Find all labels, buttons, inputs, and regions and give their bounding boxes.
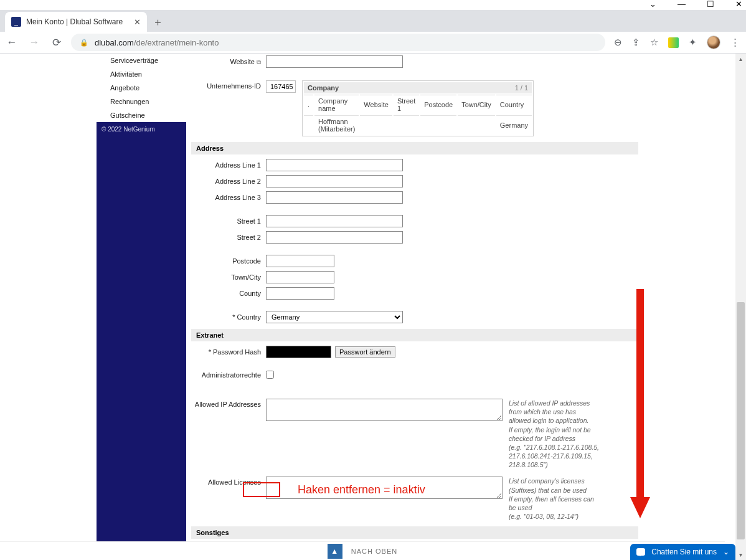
- annotation-arrow-icon: [630, 289, 650, 520]
- tab-title: Mein Konto | Dlubal Software: [26, 17, 123, 26]
- company-cell-website: [360, 115, 392, 135]
- company-cell-name: Hoffmann (Mitarbeiter): [314, 115, 359, 135]
- addr-line1-input[interactable]: [266, 159, 403, 171]
- section-header-extranet: Extranet: [191, 329, 638, 341]
- password-hash-value: [266, 346, 331, 358]
- company-col-sort[interactable]: .: [304, 95, 313, 114]
- town-label: Town/City: [191, 273, 266, 281]
- country-label: * Country: [191, 313, 266, 321]
- sidebar: Serviceverträge Aktivitäten Angebote Rec…: [97, 54, 186, 560]
- allowed-licenses-hint: List of company's licenses (Suffixes) th…: [509, 477, 599, 521]
- sidebar-item-gutscheine[interactable]: Gutscheine: [97, 108, 186, 122]
- sidebar-item-rechnungen[interactable]: Rechnungen: [97, 95, 186, 108]
- chat-bubble-icon: [636, 548, 645, 556]
- scrollbar-track[interactable]: [735, 64, 746, 549]
- company-col-street1[interactable]: Street 1: [394, 95, 419, 114]
- extension-icon-1[interactable]: [668, 37, 679, 48]
- chat-widget[interactable]: Chatten Sie mit uns ⌄: [630, 544, 735, 560]
- company-cell-country: Germany: [496, 115, 532, 135]
- address-bar: ← → ⟳ 🔒 dlubal.com/de/extranet/mein-kont…: [0, 32, 746, 54]
- county-input[interactable]: [266, 287, 334, 300]
- zoom-icon[interactable]: ⊖: [614, 37, 622, 48]
- sidebar-item-angebote[interactable]: Angebote: [97, 81, 186, 95]
- postcode-label: Postcode: [191, 257, 266, 265]
- company-col-town[interactable]: Town/City: [458, 95, 495, 114]
- window-close-icon[interactable]: ✕: [735, 0, 742, 9]
- allowed-ip-label: Allowed IP Addresses: [191, 399, 266, 408]
- addr-line2-label: Address Line 2: [191, 178, 266, 185]
- annotation-active-box: [243, 482, 280, 497]
- chevron-down-icon: ⌄: [723, 548, 729, 556]
- nav-back-icon[interactable]: ←: [6, 36, 17, 49]
- url-text: dlubal.com/de/extranet/mein-konto: [95, 38, 219, 47]
- admin-rights-checkbox[interactable]: [266, 371, 274, 379]
- window-dropdown-icon[interactable]: ⌄: [649, 0, 656, 9]
- company-id-label: Unternehmens-ID: [191, 80, 266, 90]
- website-label: Website ⧉: [191, 58, 266, 66]
- county-label: County: [191, 290, 266, 297]
- lock-icon: 🔒: [80, 39, 88, 47]
- street1-input[interactable]: [266, 215, 403, 227]
- town-input[interactable]: [266, 271, 334, 283]
- street2-label: Street 2: [191, 234, 266, 241]
- annotation-text: Haken entfernen = inaktiv: [298, 483, 425, 496]
- addr-line1-label: Address Line 1: [191, 161, 266, 169]
- company-table-pager: 1 / 1: [515, 84, 528, 92]
- company-col-website[interactable]: Website: [360, 95, 392, 114]
- window-maximize-icon[interactable]: ☐: [707, 0, 714, 9]
- allowed-ip-hint: List of allowed IP addresses from which …: [509, 399, 599, 469]
- scrollbar-down-icon[interactable]: ▾: [735, 549, 746, 560]
- share-icon[interactable]: ⇪: [632, 37, 640, 48]
- street1-label: Street 1: [191, 217, 266, 225]
- company-table-row[interactable]: Hoffmann (Mitarbeiter) Germany: [304, 115, 532, 135]
- postcode-input[interactable]: [266, 255, 334, 267]
- new-tab-button[interactable]: ＋: [147, 12, 168, 32]
- company-cell-town: [458, 115, 495, 135]
- chat-widget-label: Chatten Sie mit uns: [651, 548, 717, 556]
- browser-tab[interactable]: ⎯ Mein Konto | Dlubal Software ✕: [5, 12, 147, 32]
- addr-line3-label: Address Line 3: [191, 194, 266, 201]
- website-input[interactable]: [266, 55, 403, 68]
- page-viewport: Serviceverträge Aktivitäten Angebote Rec…: [0, 54, 746, 560]
- nav-forward-icon[interactable]: →: [29, 36, 40, 49]
- window-minimize-icon[interactable]: —: [678, 0, 686, 9]
- back-to-top-label: NACH OBEN: [351, 548, 397, 555]
- tab-favicon: ⎯: [11, 17, 21, 27]
- external-link-icon: ⧉: [257, 59, 261, 65]
- kebab-menu-icon[interactable]: ⋮: [730, 37, 740, 48]
- password-hash-label: * Password Hash: [191, 348, 266, 356]
- sidebar-item-aktivitaeten[interactable]: Aktivitäten: [97, 67, 186, 81]
- company-col-country[interactable]: Country: [496, 95, 532, 114]
- change-password-button[interactable]: Passwort ändern: [335, 346, 395, 358]
- back-to-top-button[interactable]: ▲: [328, 544, 342, 559]
- window-titlebar: ⌄ — ☐ ✕: [0, 0, 746, 10]
- bookmark-star-icon[interactable]: ☆: [650, 37, 658, 48]
- allowed-ip-textarea[interactable]: [266, 399, 503, 421]
- sidebar-item-servicevertraege[interactable]: Serviceverträge: [97, 54, 186, 67]
- tab-strip: ⎯ Mein Konto | Dlubal Software ✕ ＋: [0, 10, 746, 32]
- company-id-value: 167465: [266, 80, 296, 93]
- addr-line3-input[interactable]: [266, 191, 403, 204]
- scrollbar-thumb[interactable]: [737, 302, 745, 540]
- street2-input[interactable]: [266, 231, 403, 244]
- company-table: Company1 / 1 . Company name Website Stre…: [302, 80, 534, 136]
- scrollbar-up-icon[interactable]: ▴: [735, 54, 746, 64]
- tab-close-icon[interactable]: ✕: [134, 17, 141, 27]
- addr-line2-input[interactable]: [266, 175, 403, 187]
- company-table-title: Company: [308, 84, 339, 92]
- country-select[interactable]: Germany: [266, 311, 403, 323]
- back-to-top-bar: ▲ NACH OBEN: [0, 541, 725, 560]
- company-cell-postcode: [420, 115, 456, 135]
- admin-rights-label: Administratorrechte: [191, 371, 266, 379]
- section-header-other: Sonstiges: [191, 526, 638, 539]
- section-header-address: Address: [191, 142, 638, 154]
- sidebar-footer: © 2022 NetGenium: [97, 122, 186, 546]
- company-col-postcode[interactable]: Postcode: [420, 95, 456, 114]
- url-field[interactable]: 🔒 dlubal.com/de/extranet/mein-konto: [71, 34, 605, 51]
- extensions-puzzle-icon[interactable]: ✦: [689, 37, 697, 48]
- profile-avatar[interactable]: [707, 36, 720, 49]
- svg-marker-1: [630, 497, 650, 518]
- nav-reload-icon[interactable]: ⟳: [51, 36, 62, 49]
- vertical-scrollbar[interactable]: ▴ ▾: [735, 54, 746, 560]
- company-col-name[interactable]: Company name: [314, 95, 359, 114]
